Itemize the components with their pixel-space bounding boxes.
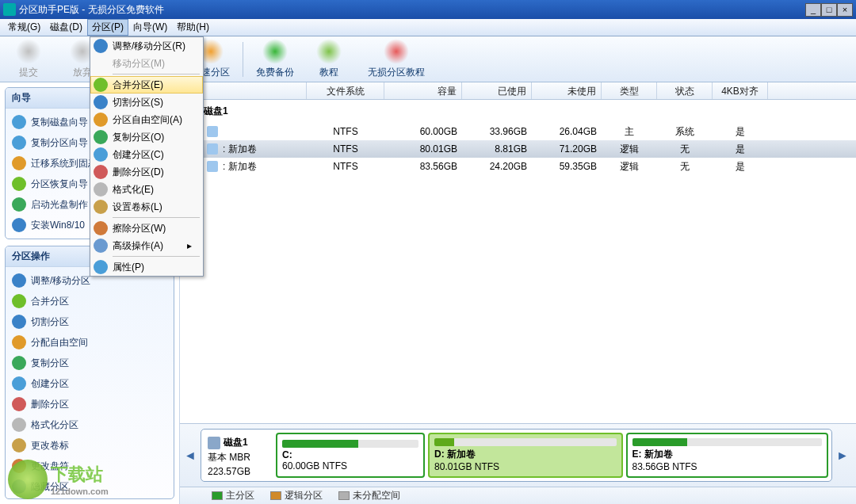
sidebar-item[interactable]: 切割分区 <box>10 311 169 332</box>
menu-item-label: 高级操作(A) <box>113 239 163 253</box>
column-header[interactable]: 类型 <box>602 82 657 99</box>
menu-item[interactable]: 格式化(E) <box>90 181 203 198</box>
partition-letter: E: 新加卷 <box>632 448 822 461</box>
menu-item-label: 移动分区(M) <box>113 57 165 71</box>
menu-item[interactable]: 切割分区(S) <box>90 94 203 111</box>
menu-item[interactable]: 设置卷标(L) <box>90 198 203 216</box>
column-header[interactable]: 4KB对齐 <box>713 82 768 99</box>
disk-graphic-bar: ◄ 磁盘1基本 MBR223.57GBC:60.00GB NTFSD: 新加卷8… <box>180 423 856 487</box>
partition-menu-dropdown: 调整/移动分区(R)移动分区(M)合并分区(E)切割分区(S)分区自由空间(A)… <box>90 36 204 277</box>
sidebar-item-label: 创建分区 <box>31 377 69 391</box>
disk-info[interactable]: 磁盘1基本 MBR223.57GB <box>204 433 273 478</box>
sidebar-item[interactable]: 删除分区 <box>10 394 169 414</box>
menu-item[interactable]: 擦除分区(W) <box>90 220 203 237</box>
sidebar-item-icon <box>12 294 26 308</box>
toolbar-label: 免费备份 <box>256 66 294 79</box>
toolbar-无损分区教程[interactable]: 无损分区教程 <box>361 39 432 79</box>
toolbar-icon <box>316 39 342 64</box>
toolbar-教程[interactable]: 教程 <box>307 39 351 79</box>
maximize-button[interactable]: □ <box>821 3 837 17</box>
sidebar-item-label: 分区恢复向导 <box>31 178 88 191</box>
legend: 主分区逻辑分区未分配空间 <box>180 487 856 504</box>
disk-prev-button[interactable]: ◄ <box>183 429 197 482</box>
menu-item-label: 创建分区(C) <box>113 148 164 162</box>
column-header[interactable]: 未使用 <box>532 82 602 99</box>
sidebar-item[interactable]: 格式化分区 <box>10 414 169 435</box>
disk-sub: 基本 MBR <box>208 451 269 464</box>
menu-item-icon <box>94 239 108 253</box>
main-content: 文件系统容量已使用未使用类型状态4KB对齐 磁盘1NTFS60.00GB33.9… <box>179 82 856 504</box>
menu-item-icon <box>94 113 108 127</box>
menu-item[interactable]: 高级操作(A)▸ <box>90 237 203 254</box>
legend-item: 逻辑分区 <box>270 489 323 502</box>
sidebar-item-icon <box>12 335 26 349</box>
sidebar-item[interactable]: 创建分区 <box>10 373 169 394</box>
partition-row[interactable]: : 新加卷NTFS80.01GB8.81GB71.20GB逻辑无是 <box>180 140 856 158</box>
partition-icon <box>207 126 218 137</box>
menu-item-label: 分区自由空间(A) <box>113 113 182 127</box>
menu-item[interactable]: 复制分区(O) <box>90 128 203 146</box>
partition-block[interactable]: D: 新加卷80.01GB NTFS <box>428 433 622 478</box>
menu-item[interactable]: 删除分区(D) <box>90 163 203 181</box>
menu-item-icon <box>94 130 108 144</box>
menu-item-icon <box>94 221 108 235</box>
column-header[interactable]: 容量 <box>384 82 462 99</box>
sidebar-item-icon <box>12 156 26 170</box>
sidebar-item-icon <box>12 197 26 212</box>
sidebar-item-icon <box>12 418 26 432</box>
partition-row[interactable]: NTFS60.00GB33.96GB26.04GB主系统是 <box>180 123 856 140</box>
partition-sub: 60.00GB NTFS <box>282 460 418 472</box>
close-button[interactable]: × <box>837 3 853 17</box>
minimize-button[interactable]: _ <box>805 3 821 17</box>
toolbar-提交: 提交 <box>6 39 51 79</box>
disk-label: 磁盘1 <box>204 105 228 118</box>
sidebar-item-label: 调整/移动分区 <box>31 274 90 288</box>
partition-icon <box>207 161 218 172</box>
menu-item-label: 删除分区(D) <box>113 166 164 179</box>
sidebar-item-label: 安装Win8/10 <box>31 219 85 232</box>
menu-item-label: 调整/移动分区(R) <box>113 40 185 53</box>
column-header[interactable]: 文件系统 <box>307 82 384 99</box>
partition-row[interactable]: : 新加卷NTFS83.56GB24.20GB59.35GB逻辑无是 <box>180 158 856 175</box>
partition-letter: D: 新加卷 <box>434 448 616 461</box>
grid-body[interactable]: 磁盘1NTFS60.00GB33.96GB26.04GB主系统是: 新加卷NTF… <box>180 100 856 423</box>
menu-item[interactable]: 创建分区(C) <box>90 146 203 163</box>
menu-2[interactable]: 分区(P) <box>87 19 128 36</box>
watermark-url: 121down.com <box>51 487 109 496</box>
toolbar-label: 无损分区教程 <box>368 66 425 79</box>
menu-item-label: 设置卷标(L) <box>113 200 162 214</box>
menu-item: 移动分区(M) <box>90 55 203 72</box>
sidebar-item[interactable]: 复制分区 <box>10 353 169 373</box>
menu-3[interactable]: 向导(W) <box>128 19 172 36</box>
column-header[interactable]: 已使用 <box>462 82 532 99</box>
toolbar-label: 教程 <box>319 66 338 79</box>
disk-row[interactable]: 磁盘1 <box>180 100 856 123</box>
sidebar-item-label: 复制分区 <box>31 357 69 370</box>
menu-item-icon <box>94 260 108 274</box>
sidebar-item-icon <box>12 218 26 232</box>
grid-header: 文件系统容量已使用未使用类型状态4KB对齐 <box>180 82 856 100</box>
partition-block[interactable]: C:60.00GB NTFS <box>276 433 425 478</box>
menu-item-icon <box>94 182 108 197</box>
sidebar-item[interactable]: 更改卷标 <box>10 435 169 456</box>
menu-item[interactable]: 属性(P) <box>90 258 203 276</box>
sidebar-item-label: 格式化分区 <box>31 418 78 432</box>
sidebar-item-icon <box>12 115 26 129</box>
toolbar-免费备份[interactable]: 免费备份 <box>253 39 297 79</box>
menu-item-icon <box>94 165 108 179</box>
menu-item[interactable]: 调整/移动分区(R) <box>90 37 203 55</box>
menu-item[interactable]: 分区自由空间(A) <box>90 111 203 128</box>
sidebar-item[interactable]: 合并分区 <box>10 291 169 311</box>
menu-item-label: 擦除分区(W) <box>113 222 166 235</box>
sidebar-item[interactable]: 分配自由空间 <box>10 332 169 353</box>
menu-0[interactable]: 常规(G) <box>3 19 45 36</box>
sidebar-item-icon <box>12 397 26 411</box>
menu-4[interactable]: 帮助(H) <box>172 19 214 36</box>
column-header[interactable]: 状态 <box>657 82 713 99</box>
menu-1[interactable]: 磁盘(D) <box>45 19 87 36</box>
menu-item[interactable]: 合并分区(E) <box>90 76 203 94</box>
sidebar-item-icon <box>12 376 26 391</box>
partition-block[interactable]: E: 新加卷83.56GB NTFS <box>626 433 828 478</box>
disk-next-button[interactable]: ► <box>835 429 850 482</box>
sidebar-item-icon <box>12 177 26 191</box>
